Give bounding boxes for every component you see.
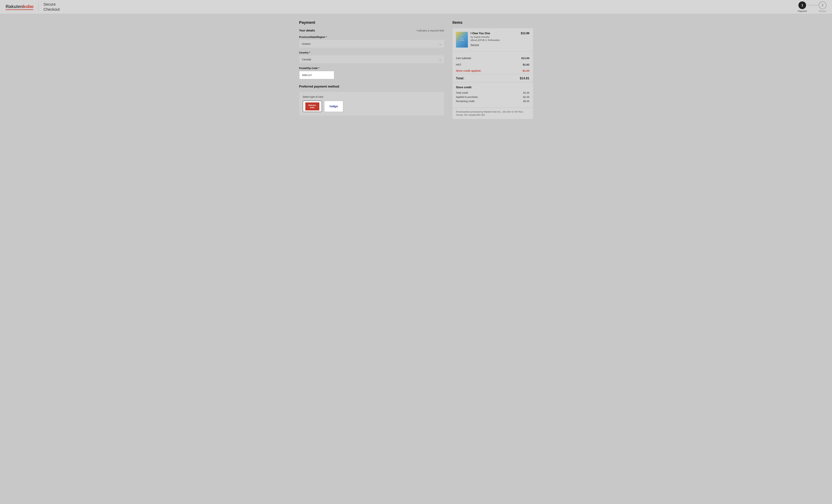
step-connector bbox=[807, 5, 818, 5]
province-select-wrapper[interactable]: Ontario ⌄ bbox=[299, 40, 444, 48]
total-credit-row: Total credit: $1.00 bbox=[456, 91, 529, 94]
step-payment: 1 Payment bbox=[798, 1, 807, 12]
totals-section: Cart subtotal: $13.99 HST: $1.82 Store c… bbox=[452, 51, 533, 82]
store-credit-label: Store credit applied: bbox=[456, 69, 482, 72]
logo: Rakutenkobo bbox=[6, 4, 33, 10]
hst-value: $1.82 bbox=[523, 63, 529, 66]
remaining-value: $0.00 bbox=[523, 100, 529, 103]
country-label: Country * bbox=[299, 51, 444, 54]
required-note: * indicates a required field bbox=[416, 29, 444, 32]
logo-kobo-text: kobo bbox=[23, 4, 33, 9]
checkout-steps: 1 Payment 2 Review bbox=[798, 1, 826, 12]
rakuten-kobo-logo-text: Rakutenkobo bbox=[309, 104, 316, 108]
applied-row: Applied to purchase: -$1.00 bbox=[456, 95, 529, 99]
item-price: $13.99 bbox=[521, 32, 529, 35]
country-select[interactable]: Canada bbox=[299, 55, 444, 63]
step-review-label: Review bbox=[819, 10, 826, 12]
cart-subtotal-row: Cart subtotal: $13.99 bbox=[456, 55, 529, 61]
item-author: by Sophie Kinsella bbox=[471, 36, 518, 38]
province-field-group: Province/State/Region * Ontario ⌄ bbox=[299, 36, 444, 48]
store-credit-value: -$1.00 bbox=[522, 69, 529, 72]
applied-label: Applied to purchase: bbox=[456, 95, 478, 99]
step-review-circle: 2 bbox=[819, 1, 826, 9]
total-value: $14.81 bbox=[520, 77, 529, 80]
country-field-group: Country * Canada ⌄ bbox=[299, 51, 444, 63]
province-select[interactable]: Ontario bbox=[299, 40, 444, 48]
item-title: I Owe You One bbox=[471, 32, 518, 35]
total-label: Total: bbox=[456, 77, 464, 80]
cart-subtotal-label: Cart subtotal: bbox=[456, 57, 472, 60]
payment-title: Payment bbox=[299, 20, 444, 25]
your-details-row: Your details * indicates a required fiel… bbox=[299, 29, 444, 32]
total-row: Total: $14.81 bbox=[456, 74, 529, 82]
step-payment-circle: 1 bbox=[799, 1, 806, 9]
header-divider bbox=[38, 3, 38, 11]
total-credit-value: $1.00 bbox=[523, 91, 529, 94]
country-select-wrapper[interactable]: Canada ⌄ bbox=[299, 55, 444, 63]
indigo-logo-text: !ndigo bbox=[329, 105, 338, 108]
item-format: eBook (EPUB 3, Reflowable) bbox=[471, 39, 518, 41]
step-review: 2 Review bbox=[819, 1, 826, 12]
logo-underline bbox=[6, 9, 33, 10]
card-option-indigo[interactable]: !ndigo bbox=[324, 101, 343, 112]
items-title: Items bbox=[452, 20, 533, 25]
footer-note: All transactions processed by Rakuten Ko… bbox=[452, 108, 533, 119]
card-selector-box: Select type of card: Rakutenkobo !ndigo bbox=[299, 92, 444, 115]
hst-row: HST: $1.82 bbox=[456, 61, 529, 67]
province-label: Province/State/Region * bbox=[299, 36, 444, 38]
remaining-label: Remaining credit: bbox=[456, 100, 475, 103]
book-cover: I OweYou One bbox=[456, 32, 468, 48]
your-details-label: Your details bbox=[299, 29, 315, 32]
header-title: SecureCheckout bbox=[44, 2, 60, 12]
hst-label: HST: bbox=[456, 63, 462, 66]
postal-field-group: Postal/Zip Code * bbox=[299, 67, 444, 79]
item-details: I Owe You One by Sophie Kinsella eBook (… bbox=[471, 32, 518, 46]
postal-label: Postal/Zip Code * bbox=[299, 67, 444, 69]
store-credit-section-title: Store credit bbox=[456, 86, 529, 89]
applied-value: -$1.00 bbox=[522, 95, 529, 99]
card-option-rakuten-kobo[interactable]: Rakutenkobo bbox=[303, 101, 322, 112]
step-payment-label: Payment bbox=[798, 10, 807, 12]
payment-panel: Payment Your details * indicates a requi… bbox=[299, 20, 452, 119]
card-options: Rakutenkobo !ndigo bbox=[303, 101, 441, 112]
store-credit-section: Store credit Total credit: $1.00 Applied… bbox=[452, 82, 533, 108]
header: Rakutenkobo SecureCheckout 1 Payment 2 R… bbox=[0, 0, 832, 14]
postal-input[interactable] bbox=[299, 71, 334, 79]
main-content: Payment Your details * indicates a requi… bbox=[294, 14, 539, 125]
items-panel: Items I OweYou One I Owe You One by Soph… bbox=[452, 20, 533, 119]
item-card: I OweYou One I Owe You One by Sophie Kin… bbox=[452, 28, 533, 51]
payment-method-title: Preferred payment method bbox=[299, 85, 444, 88]
cart-subtotal-value: $13.99 bbox=[521, 57, 529, 60]
remaining-row: Remaining credit: $0.00 bbox=[456, 100, 529, 103]
book-cover-text: I OweYou One bbox=[459, 37, 465, 42]
logo-rakuten-text: Rakuten bbox=[6, 4, 23, 9]
total-credit-label: Total credit: bbox=[456, 91, 469, 94]
store-credit-row: Store credit applied: -$1.00 bbox=[456, 67, 529, 74]
remove-button[interactable]: Remove bbox=[471, 44, 479, 46]
card-selector-label: Select type of card: bbox=[303, 95, 441, 98]
